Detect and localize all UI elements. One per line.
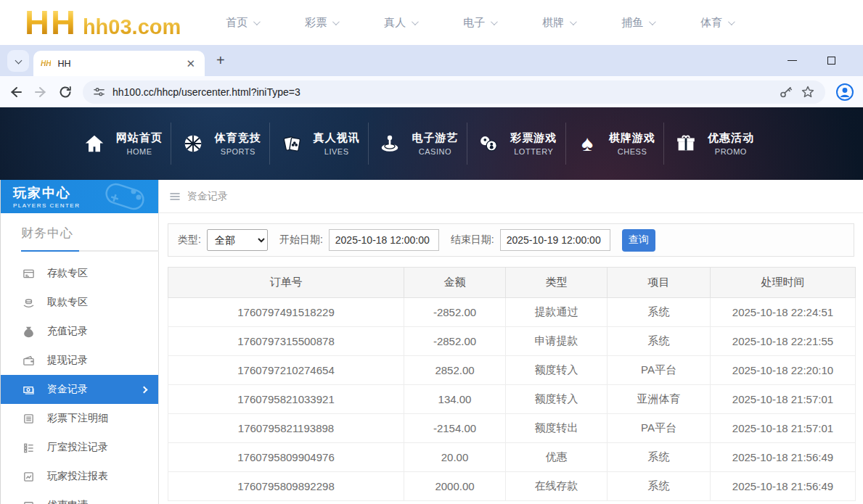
nav-divider xyxy=(171,123,171,165)
ticket-icon xyxy=(23,500,35,504)
sidebar-item-room-bet-record[interactable]: 厅室投注记录 xyxy=(1,433,158,462)
profile-avatar-icon[interactable] xyxy=(835,83,854,102)
chevron-right-icon xyxy=(141,386,148,393)
nav-divider xyxy=(368,123,369,165)
table-cell: 2025-10-18 21:57:01 xyxy=(711,385,856,414)
sidebar-item-withdraw-record[interactable]: 提现记录 xyxy=(1,346,158,375)
top-nav-label: 首页 xyxy=(226,16,248,30)
fund-record-table: 订单号 金额 类型 项目 处理时间 1760797491518229-2852.… xyxy=(168,267,856,501)
table-cell: 2025-10-18 21:56:49 xyxy=(711,472,856,501)
nav-item-chess[interactable]: ♠ 棋牌游戏CHESS xyxy=(574,131,655,157)
nav-item-sports[interactable]: 体育竞技SPORTS xyxy=(180,131,261,157)
sidebar-item-label: 厅室投注记录 xyxy=(47,441,108,454)
nav-label-cn: 彩票游戏 xyxy=(510,131,557,145)
search-button[interactable]: 查询 xyxy=(622,229,655,252)
window-maximize-button[interactable] xyxy=(827,57,835,65)
nav-item-promo[interactable]: 优惠活动PROMO xyxy=(673,131,754,157)
section-underline xyxy=(21,250,159,252)
hamburger-icon[interactable] xyxy=(169,191,181,202)
breadcrumb: 资金记录 xyxy=(159,180,863,213)
site-info-icon[interactable] xyxy=(93,86,105,98)
sidebar-item-label: 取款专区 xyxy=(47,296,88,309)
nav-label-en: LOTTERY xyxy=(510,147,557,156)
nav-item-home[interactable]: 网站首页HOME xyxy=(81,131,163,157)
nav-divider xyxy=(565,123,566,165)
window-minimize-button[interactable] xyxy=(788,60,797,62)
new-tab-button[interactable]: + xyxy=(216,52,225,69)
table-row: 1760795821193898-2154.00额度转出PA平台2025-10-… xyxy=(168,414,856,443)
bookmark-star-icon[interactable] xyxy=(801,85,815,99)
type-select[interactable]: 全部 xyxy=(207,229,268,251)
sidebar-menu: 存款专区 取款专区 充值记录 提现记录 资金记录 彩票下注明细 xyxy=(1,259,158,504)
sidebar-item-label: 资金记录 xyxy=(47,383,88,396)
tab-close-icon[interactable]: ✕ xyxy=(184,57,197,70)
forward-icon[interactable] xyxy=(33,85,48,99)
end-date-input[interactable] xyxy=(500,229,610,251)
top-nav-slots[interactable]: 电子 xyxy=(463,16,496,30)
top-nav-fishing[interactable]: 捕鱼 xyxy=(621,16,654,30)
gift-icon xyxy=(673,131,699,157)
game-nav: 网站首页HOME 体育竞技SPORTS 真人视讯LIVES 电子游艺CASINO… xyxy=(0,107,863,180)
nav-label-cn: 真人视讯 xyxy=(314,131,360,145)
table-cell: -2852.00 xyxy=(404,298,506,327)
top-nav: 首页 彩票 真人 电子 棋牌 捕鱼 体育 xyxy=(226,16,733,30)
sidebar-item-lottery-bet-detail[interactable]: 彩票下注明细 xyxy=(1,404,158,433)
reload-icon[interactable] xyxy=(58,85,73,99)
chevron-down-icon xyxy=(570,18,577,25)
deposit-card-icon xyxy=(23,268,35,280)
table-cell: PA平台 xyxy=(608,414,711,443)
tab-search-button[interactable] xyxy=(7,50,29,72)
nav-label-cn: 网站首页 xyxy=(116,131,163,145)
top-nav-sports[interactable]: 体育 xyxy=(700,16,733,30)
browser-tab[interactable]: HH HH ✕ xyxy=(33,51,205,76)
table-cell: 额度转出 xyxy=(506,414,608,443)
money-bag-icon xyxy=(23,326,35,338)
table-cell: 系统 xyxy=(608,327,711,356)
sidebar-item-label: 优惠申请 xyxy=(47,499,88,504)
top-nav-label: 真人 xyxy=(384,16,406,30)
nav-label-cn: 棋牌游戏 xyxy=(609,131,655,145)
url-bar[interactable]: hh100.cc/hhcp/usercenter.html?iniType=3 xyxy=(83,80,825,104)
top-nav-home[interactable]: 首页 xyxy=(226,16,258,30)
sidebar-item-label: 充值记录 xyxy=(47,325,88,338)
table-cell: 1760797315500878 xyxy=(168,327,404,356)
sidebar-item-fund-record[interactable]: 资金记录 xyxy=(1,375,158,404)
table-cell: 20.00 xyxy=(404,443,506,472)
table-body: 1760797491518229-2852.00提款通过系统2025-10-18… xyxy=(168,298,856,501)
table-header: 订单号 金额 类型 项目 处理时间 xyxy=(168,268,856,298)
sidebar-item-player-bet-report[interactable]: 玩家投注报表 xyxy=(1,462,158,491)
password-key-icon[interactable] xyxy=(779,85,793,99)
table-row: 17607958098922982000.00在线存款系统2025-10-18 … xyxy=(168,472,856,501)
browser-toolbar: hh100.cc/hhcp/usercenter.html?iniType=3 xyxy=(0,76,863,107)
nav-item-lottery[interactable]: 彩票游戏LOTTERY xyxy=(475,131,557,157)
table-row: 1760797315500878-2852.00申请提款系统2025-10-18… xyxy=(168,327,856,356)
top-nav-live[interactable]: 真人 xyxy=(384,16,417,30)
site-logo[interactable]: HH hh03.com xyxy=(25,7,181,38)
nav-label-en: SPORTS xyxy=(215,147,261,156)
nav-item-lives[interactable]: 真人视讯LIVES xyxy=(279,131,360,157)
table-cell: -2852.00 xyxy=(404,327,506,356)
table-row: 1760795821033921134.00额度转入亚洲体育2025-10-18… xyxy=(168,385,856,414)
col-header-item: 项目 xyxy=(608,268,711,298)
table-cell: 提款通过 xyxy=(506,298,608,327)
sidebar-item-recharge-record[interactable]: 充值记录 xyxy=(1,317,158,346)
sidebar-item-label: 存款专区 xyxy=(47,267,88,280)
url-text[interactable]: hh100.cc/hhcp/usercenter.html?iniType=3 xyxy=(113,86,772,98)
col-header-type: 类型 xyxy=(506,268,608,298)
nav-item-casino[interactable]: 电子游艺CASINO xyxy=(377,131,458,157)
sidebar-item-deposit-zone[interactable]: 存款专区 xyxy=(1,259,158,288)
table-cell: 2025-10-18 22:24:51 xyxy=(711,298,856,327)
sidebar-item-withdraw-zone[interactable]: 取款专区 xyxy=(1,288,158,317)
chevron-down-icon xyxy=(728,18,735,25)
start-date-input[interactable] xyxy=(329,229,439,251)
back-icon[interactable] xyxy=(9,85,23,99)
table-cell: 系统 xyxy=(608,443,711,472)
table-row: 176079580990497620.00优惠系统2025-10-18 21:5… xyxy=(168,443,856,472)
top-nav-label: 体育 xyxy=(700,16,722,30)
breadcrumb-label: 资金记录 xyxy=(187,190,228,203)
top-nav-lottery[interactable]: 彩票 xyxy=(305,16,338,30)
top-nav-label: 电子 xyxy=(463,16,485,30)
sidebar-item-promo-apply[interactable]: 优惠申请 xyxy=(1,491,158,504)
nav-label-en: CASINO xyxy=(412,147,458,156)
top-nav-chess[interactable]: 棋牌 xyxy=(542,16,575,30)
